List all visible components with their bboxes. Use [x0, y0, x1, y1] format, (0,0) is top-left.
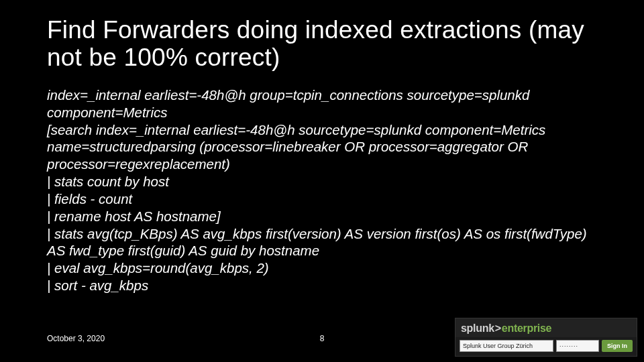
password-field[interactable]: ········ [556, 340, 599, 352]
query-line: | stats count by host [47, 173, 597, 190]
query-line: [search index=_internal earliest=-48h@h … [47, 121, 597, 173]
footer-page-number: 8 [320, 334, 325, 343]
username-field[interactable]: Splunk User Group Zürich [460, 340, 553, 352]
query-block: index=_internal earliest=-48h@h group=tc… [47, 86, 597, 294]
slide-title: Find Forwarders doing indexed extraction… [47, 16, 597, 72]
splunk-logo-text: splunk [461, 322, 494, 334]
splunk-logo: splunk>enterprise [461, 322, 551, 334]
query-line: | eval avg_kbps=round(avg_kbps, 2) [47, 259, 597, 277]
query-line: | stats avg(tcp_KBps) AS avg_kbps first(… [47, 225, 597, 260]
chevron-right-icon: > [494, 322, 502, 334]
query-line: | rename host AS hostname] [47, 208, 597, 225]
splunk-login-panel: splunk>enterprise Splunk User Group Züri… [455, 318, 637, 357]
slide: Find Forwarders doing indexed extraction… [0, 0, 644, 362]
sign-in-button[interactable]: Sign In [602, 340, 633, 352]
splunk-logo-row: splunk>enterprise [455, 318, 637, 337]
footer-date: October 3, 2020 [47, 334, 105, 343]
query-line: | fields - count [47, 190, 597, 208]
splunk-login-bar: Splunk User Group Zürich ········ Sign I… [455, 337, 637, 356]
splunk-logo-enterprise: enterprise [502, 322, 551, 334]
query-line: index=_internal earliest=-48h@h group=tc… [47, 86, 597, 121]
query-line: | sort - avg_kbps [47, 277, 597, 294]
